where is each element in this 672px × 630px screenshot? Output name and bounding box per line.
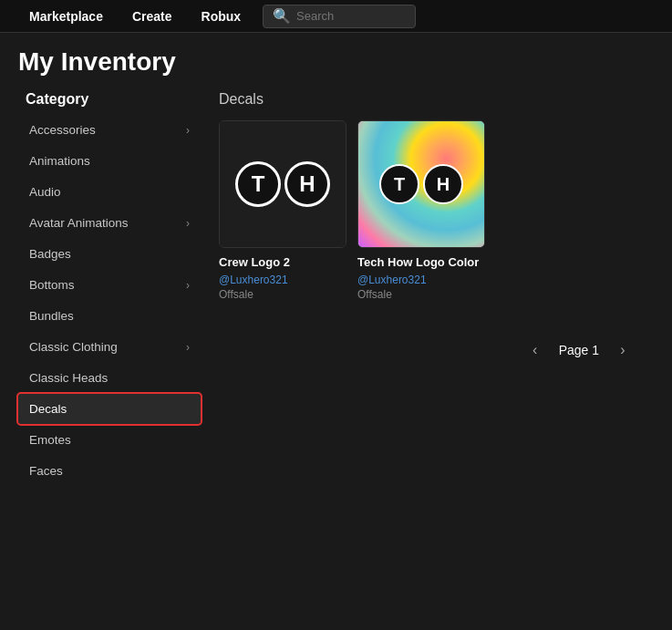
main-content: Decals T H Crew Logo 2 @Luxhero321 — [201, 91, 654, 487]
content-area: Category Accessories › Animations Audio … — [18, 91, 654, 487]
sidebar-item-decals[interactable]: Decals — [18, 394, 201, 424]
tech-logo-artwork: T H — [358, 121, 484, 247]
sidebar-item-faces[interactable]: Faces — [18, 456, 201, 486]
page-label: Page 1 — [555, 343, 603, 357]
item-name: Crew Logo 2 — [219, 255, 346, 271]
search-box: 🔍 — [263, 5, 416, 28]
item-status: Offsale — [357, 288, 485, 301]
top-navigation: Marketplace Create Robux 🔍 — [0, 0, 672, 33]
item-thumbnail-crew-logo-2: T H — [219, 120, 346, 248]
item-creator[interactable]: @Luxhero321 — [219, 274, 346, 286]
chevron-right-icon: › — [186, 217, 190, 230]
tech-letters: T H — [379, 164, 463, 204]
sidebar-item-accessories[interactable]: Accessories › — [18, 115, 201, 145]
chevron-right-icon: › — [186, 341, 190, 354]
prev-page-button[interactable]: ‹ — [522, 337, 548, 363]
nav-create[interactable]: Create — [118, 0, 187, 32]
item-card-tech-how-logo[interactable]: T H Tech How Logo Color @Luxhero321 Offs… — [357, 120, 485, 301]
sidebar-item-classic-heads[interactable]: Classic Heads — [18, 363, 201, 393]
next-page-button[interactable]: › — [610, 337, 636, 363]
search-input[interactable] — [296, 9, 406, 23]
chevron-right-icon: › — [186, 124, 190, 137]
item-grid: T H Crew Logo 2 @Luxhero321 Offsale — [219, 120, 654, 301]
sidebar-heading: Category — [18, 91, 201, 108]
item-creator[interactable]: @Luxhero321 — [357, 274, 485, 286]
sidebar: Category Accessories › Animations Audio … — [18, 91, 201, 487]
sidebar-item-bottoms[interactable]: Bottoms › — [18, 270, 201, 300]
pagination: ‹ Page 1 › — [219, 337, 654, 363]
tech-letter-h: H — [423, 164, 463, 204]
nav-robux[interactable]: Robux — [187, 0, 256, 32]
item-card-crew-logo-2[interactable]: T H Crew Logo 2 @Luxhero321 Offsale — [219, 120, 346, 301]
crew-letter-t: T — [235, 161, 281, 207]
crew-letters: T H — [235, 161, 330, 207]
item-status: Offsale — [219, 288, 346, 301]
sidebar-item-animations[interactable]: Animations — [18, 146, 201, 176]
page-body: My Inventory Category Accessories › Anim… — [0, 33, 672, 496]
nav-marketplace[interactable]: Marketplace — [15, 0, 118, 32]
sidebar-item-classic-clothing[interactable]: Classic Clothing › — [18, 332, 201, 362]
tech-letter-t: T — [379, 164, 419, 204]
chevron-right-icon: › — [186, 279, 190, 292]
sidebar-item-bundles[interactable]: Bundles — [18, 301, 201, 331]
sidebar-item-emotes[interactable]: Emotes — [18, 425, 201, 455]
item-name: Tech How Logo Color — [357, 255, 485, 271]
page-title: My Inventory — [18, 47, 654, 77]
search-icon: 🔍 — [273, 7, 291, 25]
sidebar-item-badges[interactable]: Badges — [18, 239, 201, 269]
sidebar-item-avatar-animations[interactable]: Avatar Animations › — [18, 208, 201, 238]
section-title: Decals — [219, 91, 654, 108]
sidebar-item-audio[interactable]: Audio — [18, 177, 201, 207]
crew-logo-artwork: T H — [220, 121, 346, 247]
item-thumbnail-tech-how-logo: T H — [357, 120, 485, 248]
crew-letter-h: H — [284, 161, 330, 207]
